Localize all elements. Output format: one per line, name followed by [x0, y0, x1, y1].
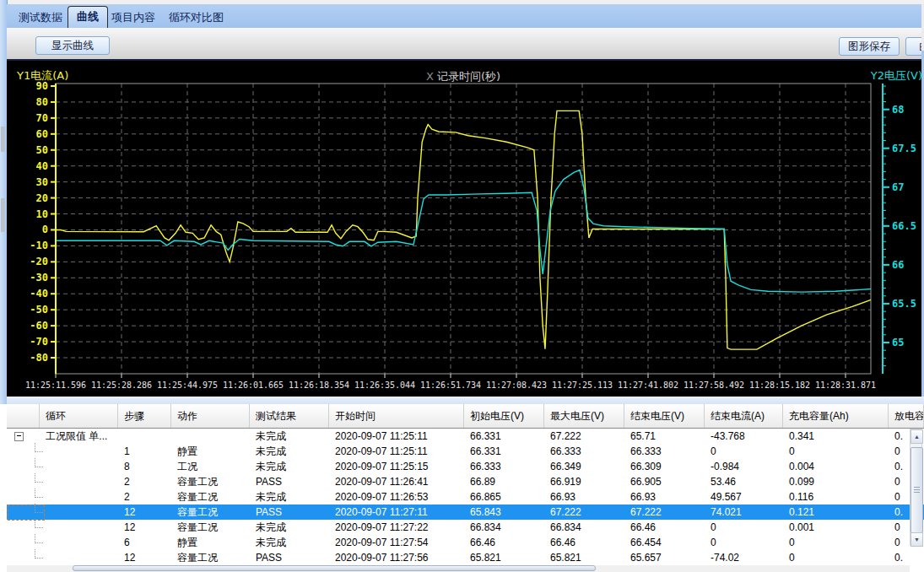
- table-row[interactable]: 2容量工况未完成2020-09-07 11:26:5366.86566.9366…: [7, 489, 924, 505]
- show-curve-button[interactable]: 显示曲线: [35, 36, 110, 55]
- cell: 0: [705, 520, 783, 535]
- scroll-down-button[interactable]: ▼: [910, 532, 923, 547]
- vscroll-thumb[interactable]: [910, 447, 923, 533]
- cell: 0: [705, 444, 783, 459]
- cell: 容量工况: [171, 550, 250, 565]
- cell: [118, 429, 171, 444]
- svg-text:70: 70: [36, 112, 48, 124]
- svg-text:11:27:08.423: 11:27:08.423: [486, 380, 547, 390]
- cell: 66.331: [464, 444, 544, 459]
- table-row[interactable]: 2容量工况PASS2020-09-07 11:26:4166.8966.9196…: [7, 474, 924, 489]
- svg-text:11:26:18.354: 11:26:18.354: [289, 380, 349, 390]
- tree-collapse-box[interactable]: [7, 429, 40, 444]
- scroll-up-button[interactable]: ▲: [910, 429, 923, 444]
- cell: [40, 489, 118, 505]
- cell: 53.46: [705, 474, 783, 489]
- cell: 49.567: [705, 489, 783, 505]
- svg-text:20: 20: [36, 192, 48, 204]
- svg-text:11:28:31.871: 11:28:31.871: [815, 380, 876, 390]
- table-row[interactable]: 1静置未完成2020-09-07 11:25:1166.33166.33366.…: [7, 444, 924, 459]
- cell: -43.768: [705, 429, 783, 444]
- cell: 容量工况: [171, 520, 250, 535]
- svg-text:Y2电压(V): Y2电压(V): [870, 69, 922, 82]
- svg-text:60: 60: [36, 128, 48, 140]
- cell: 2: [118, 489, 171, 505]
- cell: 未完成: [250, 459, 329, 474]
- svg-text:65: 65: [892, 337, 904, 348]
- cell: 2020-09-07 11:27:11: [329, 505, 464, 520]
- cell: 65.71: [624, 429, 705, 444]
- cell: 未完成: [250, 520, 329, 535]
- cell: PASS: [250, 505, 329, 520]
- cell: [171, 429, 250, 444]
- cell: 未完成: [250, 444, 329, 459]
- column-header: 步骤: [118, 404, 171, 428]
- cell: [40, 474, 118, 489]
- svg-text:10: 10: [36, 208, 48, 220]
- table-horizontal-scrollbar[interactable]: [7, 565, 910, 572]
- tab-curve[interactable]: 曲线: [68, 6, 108, 28]
- tree-connector: [7, 489, 40, 505]
- table-vertical-scrollbar[interactable]: ▲ ▼: [910, 429, 922, 546]
- table-row[interactable]: 12容量工况PASS2020-09-07 11:27:1165.84367.22…: [7, 505, 924, 520]
- table-row[interactable]: 6静置未完成2020-09-07 11:27:5466.4666.4666.45…: [7, 535, 924, 550]
- panel-splitter[interactable]: [7, 397, 924, 404]
- tab-project-content[interactable]: 项目内容: [111, 9, 155, 26]
- cell: 0.121: [783, 505, 889, 520]
- cell: 2020-09-07 11:26:53: [329, 489, 464, 505]
- svg-text:Y1电流(A): Y1电流(A): [16, 69, 68, 82]
- svg-text:66.5: 66.5: [892, 220, 916, 232]
- collapse-minus-icon[interactable]: [14, 432, 24, 441]
- column-header: 充电容量(Ah): [783, 404, 889, 428]
- cell: 未完成: [250, 489, 329, 505]
- cell: 0.: [889, 550, 924, 565]
- svg-text:-80: -80: [30, 352, 48, 364]
- tab-cycle-comparison[interactable]: 循环对比图: [169, 9, 224, 26]
- cell: 0.001: [783, 520, 889, 535]
- cell: 0.341: [783, 429, 889, 444]
- svg-text:0: 0: [42, 224, 48, 235]
- cell: 12: [118, 505, 171, 520]
- cell: 65.821: [544, 550, 624, 565]
- cell: 2020-09-07 11:27:22: [329, 520, 464, 535]
- column-header: 测试结果: [250, 404, 329, 428]
- cell: 66.333: [544, 444, 624, 459]
- save-graphic-button[interactable]: 图形保存: [839, 37, 900, 56]
- svg-text:90: 90: [36, 80, 48, 92]
- table-row[interactable]: 12容量工况未完成2020-09-07 11:27:2266.83466.834…: [7, 520, 924, 535]
- cell: 容量工况: [171, 505, 250, 520]
- table-row[interactable]: 工况限值 单...未完成2020-09-07 11:25:1166.33167.…: [7, 429, 924, 444]
- curve-chart: 9080706050403020100-10-20-30-40-50-60-70…: [0, 59, 924, 401]
- cell: 66.834: [464, 520, 544, 535]
- cell: 0: [783, 550, 889, 565]
- cell: 容量工况: [171, 474, 250, 489]
- svg-text:11:25:28.286: 11:25:28.286: [91, 380, 152, 390]
- cell: PASS: [250, 474, 329, 489]
- cell: 66.919: [544, 474, 624, 489]
- cell: 66.349: [544, 459, 624, 474]
- cell: 67.222: [544, 505, 624, 520]
- table-header-row: 循环步骤动作测试结果开始时间初始电压(V)最大电压(V)结束电压(V)结束电流(…: [7, 404, 924, 429]
- tree-connector: [7, 474, 40, 489]
- cell: 0: [783, 444, 889, 459]
- cell: 66.454: [624, 535, 705, 550]
- table-body: 工况限值 单...未完成2020-09-07 11:25:1166.33167.…: [7, 429, 924, 565]
- svg-text:11:26:35.044: 11:26:35.044: [354, 380, 415, 390]
- scroll-grip-icon: [914, 487, 920, 494]
- hscroll-thumb[interactable]: [73, 565, 596, 571]
- column-header: 结束电压(V): [624, 404, 705, 428]
- cell: 66.865: [464, 489, 544, 505]
- cell: 未完成: [250, 535, 329, 550]
- tree-connector: [7, 505, 40, 520]
- svg-text:-30: -30: [30, 272, 48, 283]
- cell: 2020-09-07 11:27:54: [329, 535, 464, 550]
- cell: 未完成: [250, 429, 329, 444]
- cell: -74.02: [705, 550, 783, 565]
- svg-text:11:28:15.182: 11:28:15.182: [749, 380, 810, 390]
- curve-settings-button-partial[interactable]: 曲: [905, 37, 921, 56]
- column-header: 放电容: [889, 404, 924, 428]
- cell: 2: [118, 474, 171, 489]
- table-row[interactable]: 12容量工况PASS2020-09-07 11:27:5665.82165.82…: [7, 550, 924, 565]
- tab-test-data[interactable]: 测试数据: [19, 9, 62, 26]
- table-row[interactable]: 8工况未完成2020-09-07 11:25:1566.33366.34966.…: [7, 459, 924, 474]
